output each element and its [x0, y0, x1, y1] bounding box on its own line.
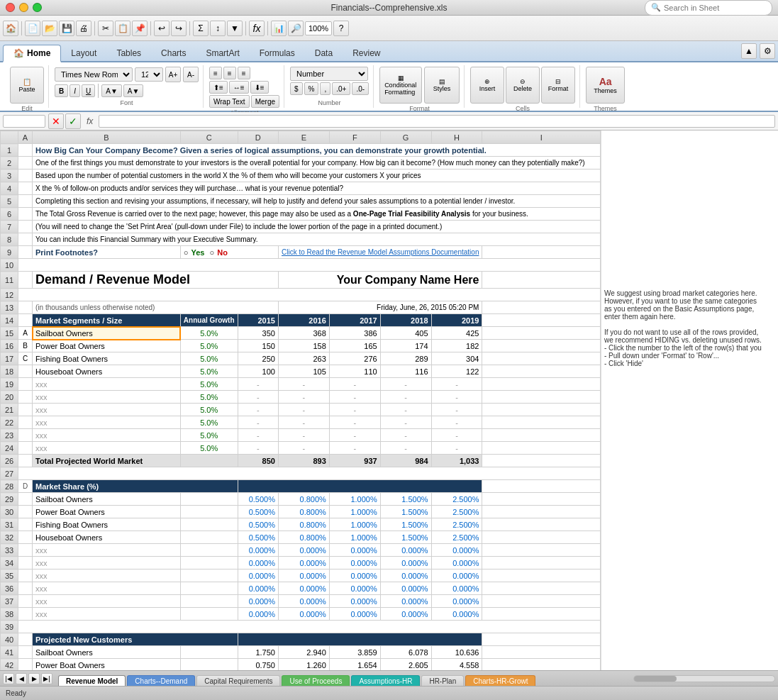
- tab-nav-first[interactable]: |◀: [3, 673, 14, 684]
- tab-tables[interactable]: Tables: [106, 45, 151, 61]
- tab-nav-last[interactable]: ▶|: [41, 673, 52, 684]
- row-14-header[interactable]: 14: [1, 314, 18, 327]
- align-middle-button[interactable]: ↔≡: [229, 81, 249, 94]
- search-box[interactable]: 🔍: [645, 0, 772, 16]
- zoom-icon[interactable]: 🔎: [288, 21, 304, 36]
- tab-layout[interactable]: Layout: [61, 45, 106, 61]
- row-15-header[interactable]: 15: [1, 327, 18, 340]
- r15-b[interactable]: Sailboat Owners: [33, 327, 181, 340]
- row-21-header[interactable]: 21: [1, 404, 18, 416]
- row-37-header[interactable]: 37: [1, 595, 18, 608]
- font-color-button[interactable]: A▼: [123, 84, 144, 97]
- col-e-header[interactable]: E: [278, 131, 329, 144]
- row-27-header[interactable]: 27: [1, 467, 18, 480]
- tab-assumptions-hr[interactable]: Assumptions-HR: [351, 675, 420, 687]
- row-19-header[interactable]: 19: [1, 378, 18, 391]
- row-12-header[interactable]: 12: [1, 289, 18, 301]
- row-34-header[interactable]: 34: [1, 557, 18, 570]
- align-center-button[interactable]: ≡: [223, 67, 236, 79]
- row-24-header[interactable]: 24: [1, 442, 18, 455]
- decrease-decimal-button[interactable]: .0-: [352, 82, 369, 95]
- cell-reference[interactable]: B15: [3, 115, 45, 128]
- insert-button[interactable]: ⊕ Insert: [470, 67, 504, 104]
- themes-button[interactable]: Aa Themes: [586, 67, 625, 104]
- minimize-button[interactable]: [19, 3, 28, 12]
- row-33-header[interactable]: 33: [1, 544, 18, 557]
- new-icon[interactable]: 📄: [25, 21, 40, 36]
- currency-button[interactable]: $: [290, 82, 303, 95]
- wrap-text-button[interactable]: Wrap Text: [209, 95, 250, 108]
- col-d-header[interactable]: D: [238, 131, 278, 144]
- increase-font-icon[interactable]: A+: [165, 67, 181, 82]
- redo-icon[interactable]: ↪: [171, 21, 187, 36]
- align-bottom-button[interactable]: ⬇≡: [250, 81, 269, 94]
- row-23-header[interactable]: 23: [1, 429, 18, 442]
- formula-confirm-icon[interactable]: ✓: [65, 113, 81, 129]
- col-b-header[interactable]: B: [33, 131, 181, 144]
- row-10-header[interactable]: 10: [1, 259, 18, 272]
- tab-data[interactable]: Data: [305, 45, 343, 61]
- tab-capital-requirements[interactable]: Capital Requirements: [196, 675, 280, 687]
- row-29-header[interactable]: 29: [1, 493, 18, 506]
- col-g-header[interactable]: G: [380, 131, 431, 144]
- tab-nav-next[interactable]: ▶: [28, 673, 40, 684]
- tab-home[interactable]: 🏠 Home: [3, 45, 61, 62]
- percent-button[interactable]: %: [304, 82, 319, 95]
- formula-input[interactable]: Sailboat Owners: [99, 115, 775, 128]
- ribbon-collapse-icon[interactable]: ▲: [741, 43, 757, 59]
- align-top-button[interactable]: ⬆≡: [209, 81, 228, 94]
- tab-nav-prev[interactable]: ◀: [16, 673, 27, 684]
- help-icon[interactable]: ?: [333, 21, 349, 36]
- delete-button[interactable]: ⊖ Delete: [506, 67, 540, 104]
- row-32-header[interactable]: 32: [1, 531, 18, 544]
- search-input[interactable]: [664, 4, 766, 12]
- sum-icon[interactable]: Σ: [193, 21, 209, 36]
- tab-formulas[interactable]: Formulas: [250, 45, 305, 61]
- window-controls[interactable]: [6, 3, 42, 12]
- number-format-select[interactable]: Number: [290, 67, 368, 81]
- save-icon[interactable]: 💾: [59, 21, 74, 36]
- row-41-header[interactable]: 41: [1, 646, 18, 659]
- maximize-button[interactable]: [33, 3, 42, 12]
- row-2-header[interactable]: 2: [1, 157, 18, 170]
- undo-icon[interactable]: ↩: [154, 21, 170, 36]
- home-icon[interactable]: 🏠: [3, 21, 18, 36]
- tab-use-of-proceeds[interactable]: Use of Proceeds: [282, 675, 350, 687]
- row-6-header[interactable]: 6: [1, 208, 18, 221]
- align-right-button[interactable]: ≡: [238, 67, 250, 79]
- row-26-header[interactable]: 26: [1, 455, 18, 467]
- font-name-select[interactable]: Times New Roman: [55, 67, 133, 82]
- horizontal-scrollbar[interactable]: [633, 675, 775, 682]
- tab-charts-demand[interactable]: Charts--Demand: [127, 675, 195, 687]
- styles-button[interactable]: ▤ Styles: [424, 67, 460, 104]
- increase-decimal-button[interactable]: .0+: [332, 82, 350, 95]
- tab-review[interactable]: Review: [343, 45, 390, 61]
- row-35-header[interactable]: 35: [1, 570, 18, 582]
- tab-charts[interactable]: Charts: [151, 45, 196, 61]
- conditional-formatting-button[interactable]: ▦ Conditional Formatting: [379, 67, 422, 104]
- row-31-header[interactable]: 31: [1, 518, 18, 531]
- font-size-select[interactable]: 12: [135, 67, 163, 82]
- tab-smartart[interactable]: SmartArt: [196, 45, 249, 61]
- tab-revenue-model[interactable]: Revenue Model: [58, 675, 126, 687]
- merge-button[interactable]: Merge: [251, 95, 279, 108]
- r9-link[interactable]: Click to Read the Revenue Model Assumpti…: [278, 246, 482, 259]
- row-11-header[interactable]: 11: [1, 272, 18, 289]
- row-3-header[interactable]: 3: [1, 170, 18, 182]
- close-button[interactable]: [6, 3, 15, 12]
- row-36-header[interactable]: 36: [1, 582, 18, 595]
- row-9-header[interactable]: 9: [1, 246, 18, 259]
- col-f-header[interactable]: F: [329, 131, 380, 144]
- row-1-header[interactable]: 1: [1, 144, 18, 157]
- row-5-header[interactable]: 5: [1, 195, 18, 208]
- copy-icon[interactable]: 📋: [115, 21, 130, 36]
- paste-button[interactable]: 📋 Paste: [10, 67, 44, 104]
- row-40-header[interactable]: 40: [1, 633, 18, 646]
- row-39-header[interactable]: 39: [1, 621, 18, 633]
- col-c-header[interactable]: C: [180, 131, 238, 144]
- row-13-header[interactable]: 13: [1, 301, 18, 314]
- comma-button[interactable]: ,: [320, 82, 330, 95]
- col-i-header[interactable]: I: [482, 131, 601, 144]
- sort-icon[interactable]: ↕: [210, 21, 226, 36]
- chart-icon[interactable]: 📊: [271, 21, 287, 36]
